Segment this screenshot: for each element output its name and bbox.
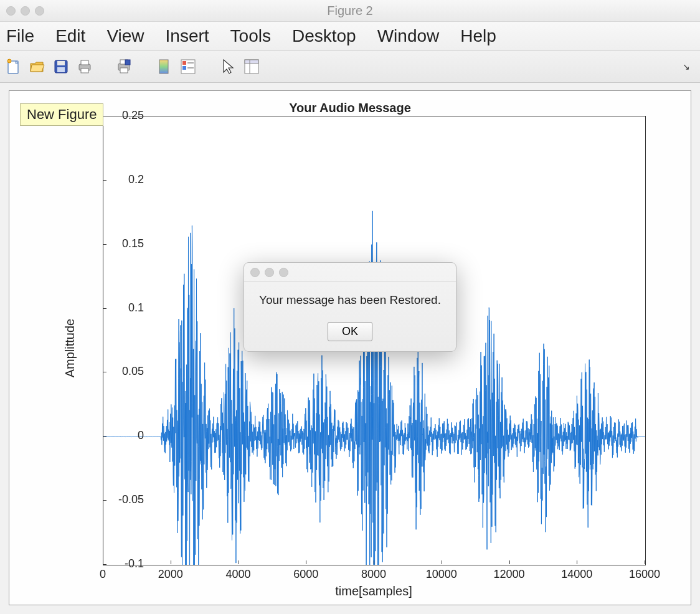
x-axis-label: time[samples] (103, 584, 645, 598)
titlebar: Figure 2 (0, 0, 700, 22)
dialog-minimize-icon[interactable] (265, 268, 274, 277)
print-figure-icon[interactable] (116, 58, 133, 75)
x-tick-label: 4000 (225, 568, 250, 581)
svg-point-1 (7, 59, 11, 63)
menu-window[interactable]: Window (377, 26, 440, 46)
y-axis-label: Amplittude (63, 318, 77, 377)
window-title: Figure 2 (0, 4, 700, 18)
x-tick-label: 8000 (361, 568, 386, 581)
toolbar: ↘ (0, 51, 700, 83)
svg-rect-12 (159, 60, 168, 73)
dialog-close-icon[interactable] (250, 268, 260, 277)
menu-view[interactable]: View (106, 26, 144, 46)
ok-button[interactable]: OK (328, 322, 372, 341)
x-tick-label: 14000 (561, 568, 592, 581)
y-tick-label: -0.1 (106, 557, 144, 570)
y-tick-label: 0 (106, 429, 144, 442)
x-tick-label: 10000 (426, 568, 457, 581)
menu-edit[interactable]: Edit (55, 26, 85, 46)
svg-rect-3 (57, 61, 65, 65)
x-tick-label: 0 (100, 568, 106, 581)
y-tick-label: -0.05 (106, 493, 144, 506)
dialog-titlebar (244, 263, 456, 282)
y-tick-label: 0.25 (106, 109, 144, 122)
dialog-message: Your message has been Restored. (244, 282, 456, 317)
minimize-window-icon[interactable] (21, 6, 30, 16)
tooltip-new-figure: New Figure (20, 103, 103, 126)
svg-rect-19 (245, 60, 258, 64)
data-cursor-icon[interactable] (156, 58, 173, 75)
pointer-icon[interactable] (219, 58, 237, 75)
message-dialog: Your message has been Restored. OK (244, 262, 456, 352)
y-tick-label: 0.15 (106, 237, 144, 250)
x-tick-label: 6000 (293, 568, 318, 581)
menu-file[interactable]: File (6, 26, 34, 46)
svg-rect-6 (81, 60, 88, 65)
dialog-zoom-icon[interactable] (279, 268, 288, 277)
dock-arrow-icon[interactable]: ↘ (683, 62, 690, 72)
y-tick-label: 0.1 (106, 301, 144, 314)
new-figure-icon[interactable] (5, 58, 22, 75)
x-tick-label: 2000 (158, 568, 183, 581)
x-tick-label: 12000 (493, 568, 524, 581)
window-controls (6, 6, 44, 16)
close-window-icon[interactable] (6, 6, 16, 16)
y-tick-label: 0.05 (106, 365, 144, 378)
svg-rect-10 (120, 68, 128, 73)
menubar: File Edit View Insert Tools Desktop Wind… (0, 22, 700, 51)
print-icon[interactable] (76, 58, 93, 75)
x-tick-label: 16000 (629, 568, 660, 581)
menu-desktop[interactable]: Desktop (292, 26, 356, 46)
menu-insert[interactable]: Insert (166, 26, 209, 46)
svg-rect-4 (57, 67, 65, 72)
svg-rect-14 (182, 61, 186, 65)
menu-help[interactable]: Help (460, 26, 496, 46)
svg-rect-11 (125, 60, 130, 65)
save-icon[interactable] (52, 58, 70, 75)
color-legend-icon[interactable] (179, 58, 197, 75)
menu-tools[interactable]: Tools (230, 26, 271, 46)
svg-rect-15 (182, 66, 186, 70)
open-icon[interactable] (29, 58, 46, 75)
svg-rect-7 (81, 68, 88, 73)
zoom-window-icon[interactable] (35, 6, 44, 16)
y-tick-label: 0.2 (106, 173, 144, 186)
inspector-icon[interactable] (243, 58, 260, 75)
